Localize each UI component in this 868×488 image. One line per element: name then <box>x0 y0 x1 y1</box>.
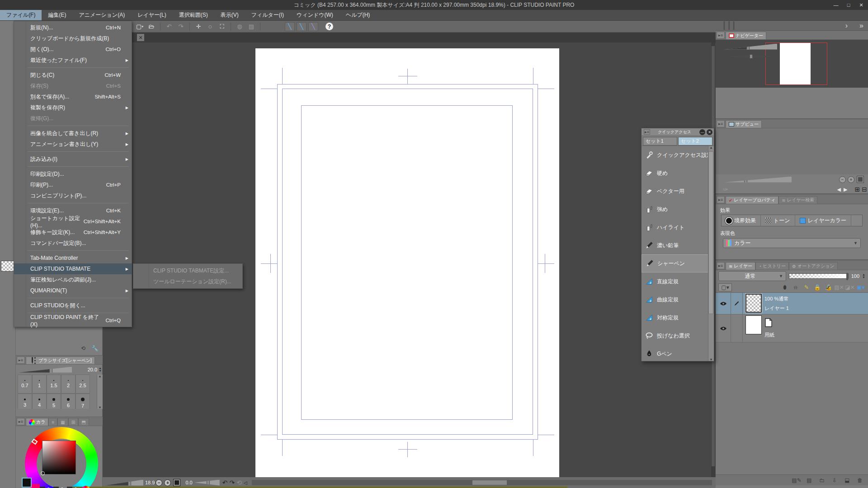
history-tab[interactable]: ◔ヒストリー <box>755 262 789 270</box>
layer-visibility-icon[interactable] <box>716 293 731 314</box>
menubar-item-1[interactable]: 編集(E) <box>42 10 72 20</box>
snap-to-special-ruler-icon[interactable]: ╲ <box>297 22 307 31</box>
opacity-value[interactable]: 100 <box>851 273 859 279</box>
minimize-palette-icon[interactable]: — <box>699 129 705 135</box>
tone-icon[interactable]: ▨ <box>246 22 256 31</box>
fit-to-screen-icon[interactable] <box>174 479 180 486</box>
zoom-in-icon[interactable]: + <box>848 176 854 183</box>
menubar-item-6[interactable]: フィルター(I) <box>245 10 290 20</box>
layer-row-1[interactable]: 用紙 <box>716 314 868 343</box>
overflow-icon[interactable]: » <box>859 22 863 30</box>
file-menu-item-17[interactable]: 印刷(P)...Ctrl+P <box>14 179 132 190</box>
file-menu-item-3[interactable]: 最近使ったファイル(F)▶ <box>14 55 132 66</box>
expand-icon[interactable]: › <box>845 22 848 30</box>
brush-size-scrollbar[interactable]: ▲▼ <box>97 375 103 409</box>
rotate-right-icon[interactable]: ↷ <box>229 479 235 486</box>
rotation-slider[interactable] <box>194 480 220 486</box>
palette-menu-icon[interactable]: ▸≡ <box>17 418 25 425</box>
file-menu-item-2[interactable]: 開く(O)...Ctrl+O <box>14 44 132 55</box>
menubar-item-2[interactable]: アニメーション(A) <box>72 10 131 20</box>
palette-menu-icon[interactable]: ▸≡ <box>717 32 725 39</box>
auto-action-tab[interactable]: ⚙オートアクション <box>789 262 838 270</box>
saturation-value-square[interactable] <box>42 441 76 474</box>
foreground-color-chip[interactable] <box>22 478 32 488</box>
brush-size-cell-4[interactable]: 4 <box>32 394 47 409</box>
quick-access-item-5[interactable]: 濃い鉛筆 <box>642 236 714 254</box>
quick-access-item-6[interactable]: シャーペン <box>642 254 714 272</box>
reset-rotation-icon[interactable]: ⟲ <box>236 479 242 486</box>
help-button[interactable]: ? <box>326 23 333 30</box>
undo-icon[interactable]: ↶ <box>164 22 174 31</box>
file-menu-item-7[interactable]: 別名で保存(A)...Shift+Alt+S <box>14 91 132 102</box>
menubar-item-0[interactable]: ファイル(F) <box>0 10 42 20</box>
quick-access-item-8[interactable]: 曲線定規 <box>642 291 714 309</box>
file-menu-item-16[interactable]: 印刷設定(D)... <box>14 169 132 179</box>
crop-icon[interactable]: ⛶ <box>217 22 227 31</box>
file-menu-item-9[interactable]: 復帰(G)... <box>14 113 132 124</box>
previous-image-icon[interactable]: ◀ <box>837 187 841 192</box>
brush-size-cell-5[interactable]: 5 <box>47 394 61 409</box>
open-folder-icon[interactable]: 🗁 <box>146 22 156 31</box>
color-wheel-tab[interactable]: カラ <box>26 418 48 426</box>
brush-size-cell-6[interactable]: 6 <box>61 394 75 409</box>
file-menu-item-5[interactable]: 閉じる(C)Ctrl+W <box>14 70 132 80</box>
subview-canvas[interactable] <box>716 128 868 174</box>
layer-palette-color-icon[interactable]: ▣▾ <box>856 283 865 291</box>
brush-size-tab[interactable]: ブラシサイズ[シャーペン] <box>26 357 95 364</box>
maximize-button[interactable]: □ <box>844 1 854 9</box>
brush-size-cell-7[interactable]: 7 <box>75 394 90 409</box>
palette-menu-icon[interactable]: ▸≡ <box>17 357 25 364</box>
palette-menu-icon[interactable]: ▸≡ <box>717 120 725 127</box>
deselect-icon[interactable]: ◌ <box>205 22 215 31</box>
dock-grip[interactable]: ┃┃┃ <box>722 21 736 30</box>
quick-access-set2-tab[interactable]: セット2 <box>678 137 712 145</box>
brush-size-down-icon[interactable]: ▼ <box>99 370 102 372</box>
layer-thumbnail[interactable] <box>745 315 762 334</box>
lock-transparent-icon[interactable]: 🔏 <box>824 283 833 291</box>
canvas-horizontal-scrollbar[interactable] <box>252 480 712 485</box>
blend-mode-dropdown[interactable]: 通常 ▼ <box>718 271 786 281</box>
zoom-in-icon[interactable]: + <box>164 479 171 486</box>
next-image-icon[interactable]: ▶ <box>844 187 847 192</box>
layer-edit-target-icon[interactable] <box>731 293 743 314</box>
expression-color-dropdown[interactable]: カラー ▼ <box>723 238 861 248</box>
subview-zoom-slider[interactable] <box>724 177 792 183</box>
border-effect-button[interactable]: 境界効果 <box>722 215 761 226</box>
lock-layer-icon[interactable]: 🔒 <box>813 283 822 291</box>
move-icon[interactable]: ✛ <box>193 22 203 31</box>
quick-access-item-2[interactable]: ベクター用 <box>642 182 714 200</box>
brush-size-cell-3[interactable]: 3 <box>18 394 32 409</box>
palette-menu-icon[interactable]: ▸≡ <box>717 196 725 203</box>
file-menu-item-27[interactable]: 筆圧検知レベルの調節(J)... <box>14 274 132 285</box>
brush-size-slider[interactable] <box>19 367 72 373</box>
color-slider-tab[interactable]: ≡ <box>48 418 57 426</box>
palette-menu-icon[interactable]: ▸≡ <box>644 129 650 135</box>
opacity-down-icon[interactable]: ▼ <box>862 276 865 279</box>
file-menu-item-18[interactable]: コンビニプリント(P)... <box>14 190 132 201</box>
new-folder-icon[interactable]: 🗀 <box>817 476 826 484</box>
subview-tab[interactable]: サブビュー <box>726 120 762 128</box>
brush-size-cell-1.5[interactable]: 1.5 <box>47 375 61 394</box>
sv-cursor[interactable] <box>41 471 45 475</box>
wrench-icon[interactable]: 🔧 <box>90 344 99 352</box>
layer-property-tab[interactable]: ✔ レイヤープロパティ <box>726 196 778 204</box>
layer-row-0[interactable]: 100 %通常レイヤー 1 <box>716 293 868 314</box>
tone-button[interactable]: トーン <box>761 215 795 226</box>
navigator-preview[interactable] <box>716 40 868 88</box>
tabmate-submenu-item-1[interactable]: ツールローテーション設定(R)... <box>133 276 242 287</box>
document-close-icon[interactable]: ✕ <box>137 34 144 41</box>
zoom-out-icon[interactable]: − <box>156 479 162 486</box>
layer-thumbnail[interactable] <box>745 294 762 313</box>
quick-access-scrollbar[interactable]: ▲▼ <box>708 146 714 361</box>
quick-mask-icon[interactable]: ⬮ <box>780 283 789 291</box>
color-set-tab[interactable]: ▦ <box>57 418 68 426</box>
new-file-icon[interactable]: ▢▾ <box>135 22 145 31</box>
layer-tab[interactable]: ≋レイヤー <box>726 262 755 270</box>
canvas-area[interactable] <box>103 42 716 477</box>
close-button[interactable]: ✕ <box>856 1 866 9</box>
draft-layer-icon[interactable]: ✎ <box>802 283 811 291</box>
border-effect-icon[interactable]: ◍ <box>235 22 245 31</box>
file-menu-item-26[interactable]: CLIP STUDIO TABMATE▶ <box>14 263 132 274</box>
quick-access-item-10[interactable]: 投げなわ選択 <box>642 327 714 345</box>
tabmate-submenu-item-0[interactable]: CLIP STUDIO TABMATE設定... <box>133 265 242 276</box>
